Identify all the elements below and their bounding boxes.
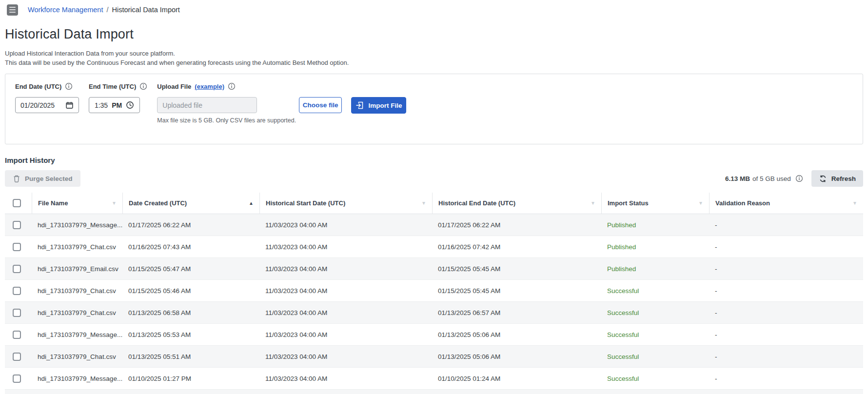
cell-created: 01/15/2025 05:46 AM: [122, 287, 259, 295]
cell-reason: -: [709, 331, 863, 338]
column-header-label: Date Created (UTC): [129, 199, 187, 207]
cell-status: Successful: [601, 375, 709, 382]
row-checkbox-cell: [5, 243, 32, 251]
import-file-icon: [355, 101, 364, 110]
end-date-group: End Date (UTC) 01/20/2025: [15, 82, 79, 113]
table-row: hdi_1731037979_Chat.csv01/15/2025 05:46 …: [5, 280, 863, 302]
cell-file: hdi_1731037979_Chat.csv: [32, 243, 122, 251]
clock-icon[interactable]: [126, 101, 134, 109]
cell-created: 01/13/2025 05:53 AM: [122, 331, 259, 338]
cell-start: 11/03/2023 04:00 AM: [259, 375, 432, 382]
choose-file-button[interactable]: Choose file: [299, 97, 342, 113]
upload-example-link[interactable]: (example): [195, 83, 224, 90]
cell-status: Successful: [601, 287, 709, 295]
cell-reason: -: [709, 375, 863, 382]
cell-file: hdi_1731037979_Chat.csv: [32, 309, 122, 316]
row-checkbox[interactable]: [13, 374, 21, 383]
end-date-info-icon[interactable]: [65, 82, 73, 90]
row-checkbox[interactable]: [13, 265, 21, 273]
trash-icon: [13, 175, 20, 183]
import-file-label: Import File: [369, 102, 402, 109]
column-header-label: Import Status: [608, 199, 649, 207]
table-row: hdi_1731037979_Message...01/10/2025 01:2…: [5, 368, 863, 390]
cell-file: hdi_1731037979_Message...: [32, 221, 122, 229]
cell-reason: -: [709, 221, 863, 229]
row-checkbox[interactable]: [13, 287, 21, 295]
refresh-button[interactable]: Refresh: [811, 170, 863, 187]
table-row: hdi_1731037979_Chat.csv01/13/2025 05:51 …: [5, 346, 863, 368]
hamburger-menu-icon[interactable]: [7, 4, 18, 16]
cell-reason: -: [709, 243, 863, 251]
storage-of-text: of 5 GB used: [752, 175, 791, 182]
table-header-row: File Name▼Date Created (UTC)▲Historical …: [5, 193, 863, 214]
column-header-validation-reason[interactable]: Validation Reason▼: [709, 193, 863, 214]
column-header-historical-start-date-utc[interactable]: Historical Start Date (UTC)▼: [259, 193, 432, 214]
import-history-heading: Import History: [5, 156, 863, 164]
purge-selected-button[interactable]: Purge Selected: [5, 170, 80, 187]
table-row-partial: [5, 390, 863, 394]
sort-asc-icon[interactable]: ▲: [249, 200, 254, 206]
end-time-input[interactable]: 1:35 PM: [89, 97, 140, 113]
uploaded-file-placeholder: Uploaded file: [162, 101, 202, 109]
storage-usage: 6.13 MB of 5 GB used: [725, 175, 803, 182]
page-description: Upload Historical Interaction Data from …: [5, 49, 863, 67]
sort-icon[interactable]: ▼: [591, 200, 595, 206]
row-checkbox[interactable]: [13, 331, 21, 339]
cell-created: 01/17/2025 06:22 AM: [122, 221, 259, 229]
cell-reason: -: [709, 309, 863, 316]
cell-file: hdi_1731037979_Chat.csv: [32, 287, 122, 295]
uploaded-file-input[interactable]: Uploaded file: [157, 97, 257, 113]
cell-reason: -: [709, 287, 863, 295]
cell-file: hdi_1731037979_Message...: [32, 375, 122, 382]
cell-start: 11/03/2023 04:00 AM: [259, 309, 432, 316]
cell-created: 01/13/2025 06:58 AM: [122, 309, 259, 316]
row-checkbox-cell: [5, 265, 32, 273]
sort-icon[interactable]: ▼: [698, 200, 703, 206]
end-date-input[interactable]: 01/20/2025: [15, 97, 79, 113]
upload-help-text: Max file size is 5 GB. Only CSV files ar…: [157, 117, 296, 124]
cell-status: Successful: [601, 353, 709, 360]
cell-status: Published: [601, 265, 709, 273]
cell-reason: -: [709, 353, 863, 360]
page-description-line1: Upload Historical Interaction Data from …: [5, 49, 863, 58]
row-checkbox[interactable]: [13, 221, 21, 229]
row-checkbox[interactable]: [13, 309, 21, 317]
table-row: hdi_1731037979_Chat.csv01/16/2025 07:43 …: [5, 236, 863, 258]
calendar-icon[interactable]: [65, 101, 74, 109]
sort-icon[interactable]: ▼: [421, 200, 426, 206]
import-file-button[interactable]: Import File: [351, 97, 406, 114]
column-header-label: Historical Start Date (UTC): [266, 199, 345, 207]
cell-created: 01/13/2025 05:51 AM: [122, 353, 259, 360]
table-header-checkbox-cell: [5, 193, 32, 214]
cell-end: 01/13/2025 05:06 AM: [432, 331, 601, 338]
column-header-date-created-utc[interactable]: Date Created (UTC)▲: [122, 193, 259, 214]
row-checkbox-cell: [5, 309, 32, 317]
cell-end: 01/16/2025 07:42 AM: [432, 243, 601, 251]
cell-end: 01/10/2025 01:24 AM: [432, 375, 601, 382]
end-time-info-icon[interactable]: [139, 82, 147, 90]
purge-selected-label: Purge Selected: [25, 175, 73, 182]
row-checkbox[interactable]: [13, 353, 21, 361]
upload-file-info-icon[interactable]: [228, 82, 236, 90]
cell-end: 01/15/2025 05:45 AM: [432, 265, 601, 273]
select-all-checkbox[interactable]: [13, 199, 21, 207]
column-header-file-name[interactable]: File Name▼: [32, 193, 122, 214]
sort-icon[interactable]: ▼: [112, 200, 117, 206]
column-header-historical-end-date-utc[interactable]: Historical End Date (UTC)▼: [432, 193, 601, 214]
cell-start: 11/03/2023 04:00 AM: [259, 221, 432, 229]
cell-end: 01/17/2025 06:22 AM: [432, 221, 601, 229]
sort-icon[interactable]: ▼: [852, 200, 857, 206]
breadcrumb-workforce-management[interactable]: Workforce Management: [28, 6, 103, 14]
end-time-label: End Time (UTC): [89, 83, 136, 90]
import-history-table: File Name▼Date Created (UTC)▲Historical …: [5, 193, 863, 394]
cell-reason: -: [709, 265, 863, 273]
column-header-import-status[interactable]: Import Status▼: [601, 193, 709, 214]
row-checkbox[interactable]: [13, 243, 21, 251]
storage-info-icon[interactable]: [795, 175, 803, 182]
cell-end: 01/15/2025 05:45 AM: [432, 287, 601, 295]
page-description-line2: This data will be used by the Continuous…: [5, 58, 863, 67]
column-header-label: Historical End Date (UTC): [438, 199, 515, 207]
cell-end: 01/13/2025 05:06 AM: [432, 353, 601, 360]
end-time-meridiem[interactable]: PM: [112, 101, 122, 109]
row-checkbox-cell: [5, 374, 32, 383]
